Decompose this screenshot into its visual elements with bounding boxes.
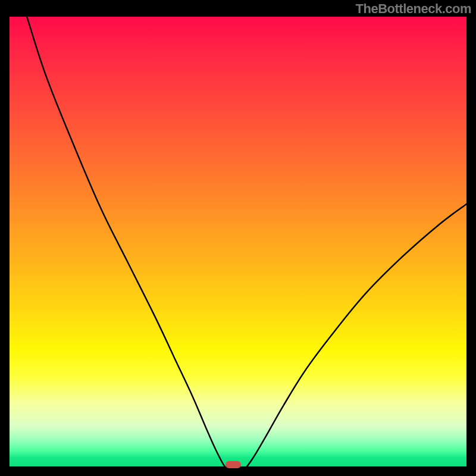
watermark-text: TheBottleneck.com [356,1,471,17]
bottleneck-curve [27,17,466,474]
plot-area [10,17,466,466]
bottleneck-marker [226,461,241,468]
chart-frame: TheBottleneck.com [0,0,476,476]
curve-svg [10,17,466,474]
